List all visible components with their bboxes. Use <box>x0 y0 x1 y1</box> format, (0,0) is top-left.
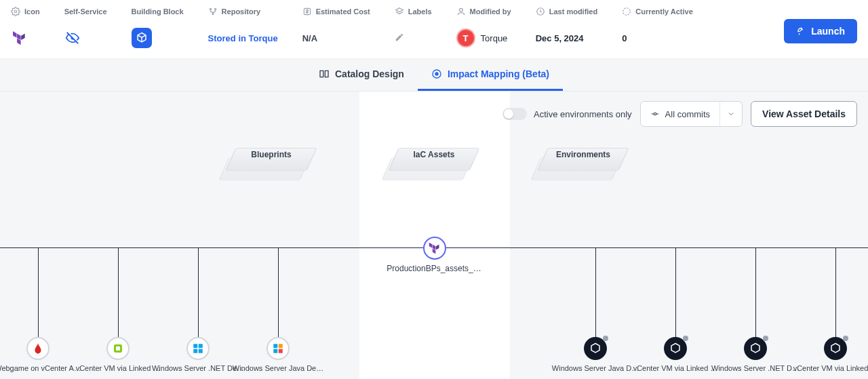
svg-rect-13 <box>193 344 197 348</box>
tab-catalog-design[interactable]: Catalog Design <box>305 59 418 91</box>
category-environments-label: Environments <box>536 150 631 159</box>
connector-line <box>118 247 119 342</box>
col-last-modified: Last modified <box>549 7 598 16</box>
commits-label: All commits <box>665 109 710 119</box>
estimated-cost-value: N/A <box>302 33 317 43</box>
view-asset-details-button[interactable]: View Asset Details <box>751 101 857 127</box>
environment-label: vCenter VM via Linked … <box>793 364 868 372</box>
blueprint-node[interactable] <box>186 337 210 360</box>
svg-rect-15 <box>193 349 197 353</box>
commits-dropdown[interactable]: All commits <box>640 101 743 127</box>
category-environments: Environments <box>536 139 631 180</box>
currently-active-value: 0 <box>622 33 627 43</box>
environment-node[interactable] <box>744 337 767 360</box>
clock-icon <box>536 7 545 16</box>
connector-line <box>835 247 836 342</box>
branch-icon <box>208 7 218 16</box>
center-asset-label: ProductionBPs_assets_… <box>380 264 488 273</box>
canvas-controls: Active environments only All commits Vie… <box>502 101 857 127</box>
col-building-block: Building Block <box>132 7 184 16</box>
col-repository: Repository <box>222 7 260 16</box>
building-block-badge[interactable] <box>132 28 152 48</box>
details-header: Icon Self-Service Building Block Reposit… <box>0 0 868 59</box>
layers-icon <box>395 7 404 16</box>
environment-label: vCenter VM via Linked … <box>633 364 718 372</box>
blueprint-label: Webgame on vCenter A… <box>0 364 81 372</box>
user-icon <box>456 7 466 16</box>
modified-by-name: Torque <box>481 33 508 43</box>
connector-line <box>38 247 39 342</box>
svg-rect-18 <box>279 344 283 348</box>
col-self-service: Self-Service <box>64 7 107 16</box>
environment-label: Windows Server .NET D… <box>711 364 800 372</box>
col-currently-active: Currently Active <box>635 7 693 16</box>
svg-point-2 <box>214 8 216 9</box>
col-estimated-cost: Estimated Cost <box>316 7 370 16</box>
category-blueprints: Blueprints <box>224 139 319 180</box>
impact-mapping-canvas[interactable]: Active environments only All commits Vie… <box>0 92 868 379</box>
terraform-icon <box>11 29 28 47</box>
category-blueprints-label: Blueprints <box>224 150 319 159</box>
environment-label: Windows Server Java D… <box>552 364 639 372</box>
dollar-icon <box>302 7 312 16</box>
svg-rect-12 <box>116 346 120 351</box>
svg-rect-17 <box>273 344 277 348</box>
connector-line <box>198 247 199 342</box>
svg-point-5 <box>459 8 462 12</box>
tab-impact-mapping[interactable]: Impact Mapping (Beta) <box>418 59 563 91</box>
svg-point-1 <box>210 8 211 9</box>
svg-rect-20 <box>279 349 283 353</box>
blueprint-label: Windows Server .NET De… <box>152 364 244 372</box>
chevron-down-icon[interactable] <box>719 102 742 126</box>
environment-node[interactable] <box>824 337 847 360</box>
active-envs-toggle[interactable] <box>502 108 527 120</box>
gear-icon <box>11 7 20 16</box>
launch-label: Launch <box>811 26 845 37</box>
svg-rect-19 <box>273 349 277 353</box>
col-labels: Labels <box>408 7 432 16</box>
launch-button[interactable]: Launch <box>784 19 857 43</box>
avatar: T <box>456 28 475 47</box>
environment-node[interactable] <box>584 337 607 360</box>
environment-node[interactable] <box>664 337 687 360</box>
col-icon: Icon <box>24 7 40 16</box>
svg-rect-16 <box>199 349 203 353</box>
blueprint-node[interactable] <box>267 337 290 360</box>
last-modified-value: Dec 5, 2024 <box>536 33 584 43</box>
blueprint-label: Windows Server Java De… <box>233 364 324 372</box>
blueprint-node[interactable] <box>106 337 130 360</box>
svg-point-3 <box>212 13 213 14</box>
svg-point-10 <box>654 113 656 115</box>
connector-line <box>755 247 756 342</box>
connector-line <box>675 247 676 342</box>
tab-impact-label: Impact Mapping (Beta) <box>448 68 549 79</box>
tab-catalog-label: Catalog Design <box>335 68 404 79</box>
blueprint-label: vCenter VM via Linked … <box>76 364 161 372</box>
connector-line <box>278 247 279 342</box>
category-iac-label: IaC Assets <box>387 150 481 159</box>
repository-link[interactable]: Stored in Torque <box>208 33 278 43</box>
svg-point-9 <box>435 73 438 75</box>
edit-labels-icon[interactable] <box>395 33 404 44</box>
center-column-highlight <box>359 92 510 379</box>
eye-off-icon[interactable] <box>64 30 81 46</box>
svg-point-0 <box>14 10 17 13</box>
category-iac-assets: IaC Assets <box>387 139 481 180</box>
svg-point-7 <box>623 8 631 16</box>
tabs: Catalog Design Impact Mapping (Beta) <box>0 59 868 92</box>
blueprint-node[interactable] <box>26 337 50 360</box>
col-modified-by: Modified by <box>470 7 511 16</box>
activity-icon <box>622 7 631 16</box>
connector-line <box>595 247 596 342</box>
svg-rect-14 <box>199 344 203 348</box>
active-envs-toggle-label: Active environments only <box>534 109 632 119</box>
center-asset-node[interactable] <box>423 237 446 260</box>
